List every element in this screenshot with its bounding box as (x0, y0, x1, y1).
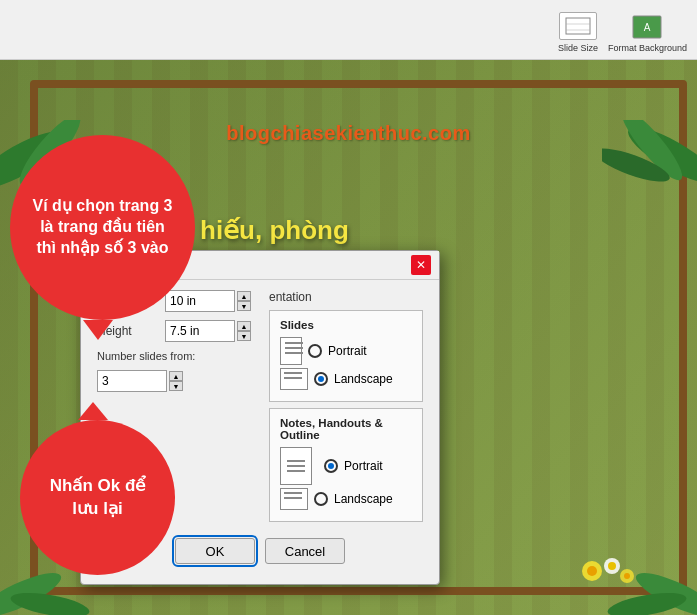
svg-text:A: A (644, 22, 651, 33)
format-bg-icon: A (628, 14, 666, 42)
cancel-button[interactable]: Cancel (265, 538, 345, 564)
slides-section-title: Slides (280, 319, 412, 331)
callout-top-bubble: Ví dụ chọn trang 3 là trang đầu tiên thì… (10, 135, 195, 320)
number-from-input[interactable]: 3 (97, 370, 167, 392)
orientation-title: entation (269, 290, 423, 304)
callout-bottom-bubble: Nhấn Ok để lưu lại (20, 420, 175, 575)
slides-portrait-radio[interactable] (308, 344, 322, 358)
callout-bottom-text: Nhấn Ok để lưu lại (35, 475, 160, 519)
notes-section-box: Notes, Handouts & Outline (269, 408, 423, 522)
svg-rect-0 (566, 18, 590, 34)
notes-landscape-label: Landscape (334, 492, 393, 506)
format-bg-label: Format Background (608, 43, 687, 53)
number-from-input-row: 3 ▲ ▼ (97, 370, 257, 392)
callout-top-text: Ví dụ chọn trang 3 là trang đầu tiên thì… (30, 196, 175, 258)
slides-portrait-label: Portrait (328, 344, 367, 358)
height-spin-up[interactable]: ▲ (237, 321, 251, 331)
toolbar: Slide Size A Format Background (0, 0, 697, 60)
slides-section-box: Slides Portrait (269, 310, 423, 402)
height-input[interactable]: 7.5 in (165, 320, 235, 342)
width-spin-down[interactable]: ▼ (237, 301, 251, 311)
notes-landscape-row[interactable]: Landscape (280, 488, 412, 510)
number-from-wrap: 3 ▲ ▼ (97, 370, 183, 392)
svg-point-17 (587, 566, 597, 576)
width-spin-up[interactable]: ▲ (237, 291, 251, 301)
number-from-spin-down[interactable]: ▼ (169, 381, 183, 391)
width-input-wrap: 10 in ▲ ▼ (165, 290, 251, 312)
notes-portrait-row[interactable]: Portrait (280, 447, 412, 485)
notes-landscape-icon (280, 488, 308, 510)
width-spin: ▲ ▼ (237, 291, 251, 311)
number-from-spin: ▲ ▼ (169, 371, 183, 391)
number-from-spin-up[interactable]: ▲ (169, 371, 183, 381)
slides-portrait-icon (280, 337, 302, 365)
notes-landscape-radio[interactable] (314, 492, 328, 506)
dialog-orientation-col: entation Slides (269, 290, 423, 528)
slides-landscape-icon (280, 368, 308, 390)
width-input[interactable]: 10 in (165, 290, 235, 312)
slides-landscape-radio[interactable] (314, 372, 328, 386)
notes-portrait-radio[interactable] (324, 459, 338, 473)
number-from-row: Number slides from: (97, 350, 257, 362)
svg-point-21 (624, 573, 630, 579)
dialog-close-button[interactable]: ✕ (411, 255, 431, 275)
ok-button[interactable]: OK (175, 538, 255, 564)
slides-landscape-label: Landscape (334, 372, 393, 386)
flowers-decoration (567, 521, 647, 595)
notes-section-title: Notes, Handouts & Outline (280, 417, 412, 441)
watermark-label: blogchiasekienthuc.com (226, 122, 470, 144)
slides-landscape-row[interactable]: Landscape (280, 368, 412, 390)
notes-portrait-icon (280, 447, 312, 485)
height-input-wrap: 7.5 in ▲ ▼ (165, 320, 251, 342)
height-spin-down[interactable]: ▼ (237, 331, 251, 341)
slide-line1: hiếu, phòng (200, 215, 677, 246)
slide-size-icon (559, 12, 597, 40)
slide-background: blogchiasekienthuc.com hiếu, phòng họ ? … (0, 60, 697, 615)
slide-size-label: Slide Size (558, 43, 598, 53)
height-field-row: Height 7.5 in ▲ ▼ (97, 320, 257, 342)
slide-size-button[interactable]: Slide Size (558, 12, 598, 53)
slides-portrait-row[interactable]: Portrait (280, 337, 412, 365)
format-background-button[interactable]: A Format Background (608, 14, 687, 53)
svg-point-19 (608, 562, 616, 570)
number-from-label: Number slides from: (97, 350, 207, 362)
height-spin: ▲ ▼ (237, 321, 251, 341)
notes-portrait-label: Portrait (344, 459, 383, 473)
